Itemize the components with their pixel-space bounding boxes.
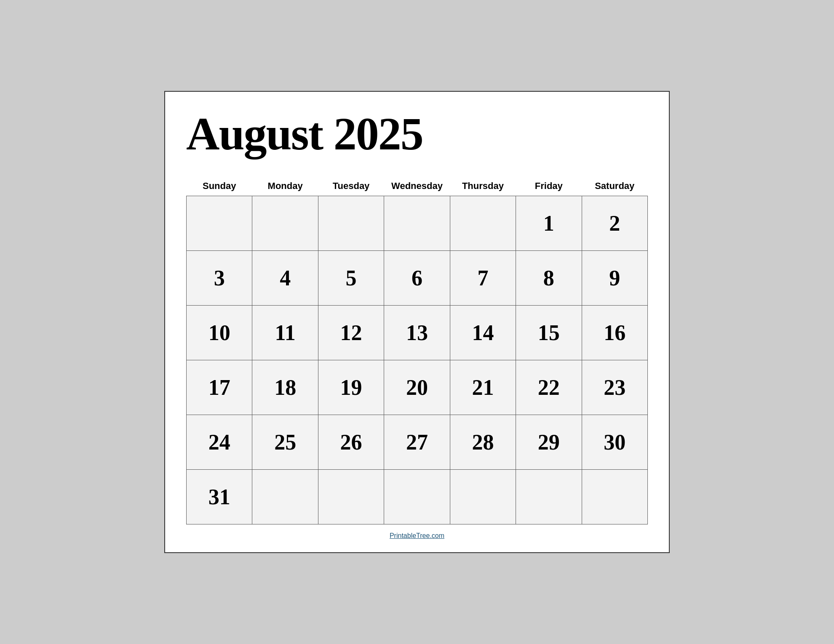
calendar-day-cell: 27 (384, 415, 450, 470)
day-number: 17 (193, 365, 246, 410)
calendar-day-cell: 31 (187, 470, 252, 524)
calendar-day-cell: 22 (516, 360, 582, 415)
calendar-day-cell: 24 (187, 415, 252, 470)
day-number: 14 (457, 310, 509, 356)
day-of-week-header: Wednesday (384, 176, 450, 196)
calendar-week-row: 12 (187, 196, 648, 251)
calendar-day-cell: 21 (450, 360, 516, 415)
day-number: 12 (325, 310, 377, 356)
day-number: 7 (457, 255, 509, 301)
calendar-day-cell: 2 (582, 196, 647, 251)
day-number: 15 (522, 310, 575, 356)
day-number: 27 (390, 419, 443, 465)
footer-link[interactable]: PrintableTree.com (390, 532, 444, 539)
calendar-day-cell: 29 (516, 415, 582, 470)
calendar-day-cell: 30 (582, 415, 647, 470)
day-number: 8 (522, 255, 575, 301)
day-number: 22 (522, 365, 575, 410)
calendar-day-cell (252, 196, 318, 251)
calendar-footer: PrintableTree.com (186, 532, 648, 540)
day-number: 29 (522, 419, 575, 465)
calendar-day-cell: 13 (384, 306, 450, 360)
day-number: 11 (259, 310, 311, 356)
day-number: 9 (588, 255, 641, 301)
calendar-day-cell: 25 (252, 415, 318, 470)
calendar-day-cell: 17 (187, 360, 252, 415)
calendar-week-row: 10111213141516 (187, 306, 648, 360)
calendar-day-cell: 16 (582, 306, 647, 360)
calendar-day-cell (516, 470, 582, 524)
day-number: 26 (325, 419, 377, 465)
calendar-week-row: 24252627282930 (187, 415, 648, 470)
day-number: 13 (390, 310, 443, 356)
calendar-day-cell: 15 (516, 306, 582, 360)
calendar-day-cell: 11 (252, 306, 318, 360)
day-number: 3 (193, 255, 246, 301)
day-of-week-header: Sunday (187, 176, 252, 196)
calendar-day-cell: 12 (318, 306, 384, 360)
day-number: 21 (457, 365, 509, 410)
calendar-day-cell (450, 196, 516, 251)
day-number: 28 (457, 419, 509, 465)
calendar-day-cell (187, 196, 252, 251)
calendar-day-cell: 23 (582, 360, 647, 415)
calendar-day-cell: 3 (187, 251, 252, 306)
calendar-day-cell (318, 196, 384, 251)
calendar-week-row: 3456789 (187, 251, 648, 306)
calendar-day-cell: 9 (582, 251, 647, 306)
day-of-week-header: Thursday (450, 176, 516, 196)
calendar-day-cell: 8 (516, 251, 582, 306)
day-number: 19 (325, 365, 377, 410)
day-of-week-header: Monday (252, 176, 318, 196)
calendar-day-cell: 1 (516, 196, 582, 251)
calendar-page: August 2025 SundayMondayTuesdayWednesday… (164, 91, 670, 553)
day-number: 30 (588, 419, 641, 465)
day-number: 6 (390, 255, 443, 301)
calendar-day-cell (384, 470, 450, 524)
day-of-week-header: Tuesday (318, 176, 384, 196)
calendar-day-cell: 19 (318, 360, 384, 415)
day-number: 10 (193, 310, 246, 356)
calendar-grid: SundayMondayTuesdayWednesdayThursdayFrid… (186, 176, 648, 524)
day-of-week-header: Friday (516, 176, 582, 196)
calendar-day-cell: 10 (187, 306, 252, 360)
calendar-week-row: 31 (187, 470, 648, 524)
day-number: 1 (522, 200, 575, 246)
day-number: 25 (259, 419, 311, 465)
day-number: 20 (390, 365, 443, 410)
day-number: 18 (259, 365, 311, 410)
day-number: 23 (588, 365, 641, 410)
days-of-week-row: SundayMondayTuesdayWednesdayThursdayFrid… (187, 176, 648, 196)
day-number: 24 (193, 419, 246, 465)
calendar-day-cell (384, 196, 450, 251)
calendar-day-cell (450, 470, 516, 524)
calendar-day-cell: 28 (450, 415, 516, 470)
calendar-day-cell: 5 (318, 251, 384, 306)
calendar-day-cell: 4 (252, 251, 318, 306)
calendar-day-cell: 6 (384, 251, 450, 306)
calendar-day-cell (318, 470, 384, 524)
day-number: 31 (193, 474, 246, 520)
calendar-day-cell: 18 (252, 360, 318, 415)
calendar-week-row: 17181920212223 (187, 360, 648, 415)
calendar-day-cell (582, 470, 647, 524)
calendar-day-cell: 7 (450, 251, 516, 306)
calendar-day-cell: 20 (384, 360, 450, 415)
calendar-title: August 2025 (186, 109, 648, 160)
calendar-day-cell: 14 (450, 306, 516, 360)
day-number: 16 (588, 310, 641, 356)
day-of-week-header: Saturday (582, 176, 647, 196)
day-number: 5 (325, 255, 377, 301)
day-number: 4 (259, 255, 311, 301)
calendar-day-cell (252, 470, 318, 524)
calendar-day-cell: 26 (318, 415, 384, 470)
day-number: 2 (588, 200, 641, 246)
